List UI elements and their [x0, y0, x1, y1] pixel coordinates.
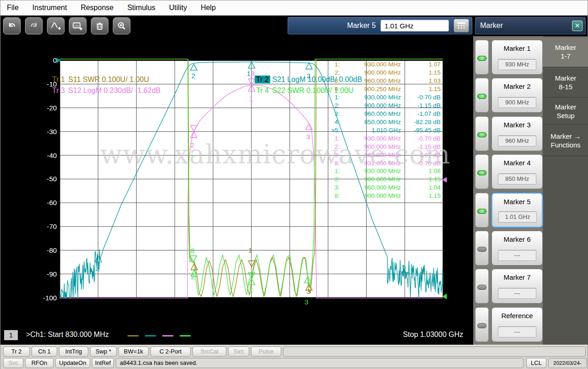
- status-button-swp-[interactable]: Swp *: [90, 347, 117, 357]
- svg-text:-1.15 dB: -1.15 dB: [417, 143, 441, 150]
- marker-5-toggle-button[interactable]: [475, 193, 489, 228]
- marker-2-button[interactable]: Marker 2900 MHz: [492, 78, 543, 113]
- marker-1-button[interactable]: Marker 1930 MHz: [492, 40, 543, 75]
- svg-text:3:: 3:: [335, 184, 340, 191]
- svg-text:3: 3: [305, 298, 308, 306]
- status-button-tr-2[interactable]: Tr 2: [3, 347, 30, 357]
- svg-text:960.000 MHz: 960.000 MHz: [364, 77, 401, 84]
- svg-text:3:: 3:: [335, 152, 340, 158]
- svg-text:1.04: 1.04: [428, 184, 441, 191]
- keypad-icon[interactable]: [454, 19, 469, 33]
- led-indicator-icon: [477, 56, 486, 61]
- svg-text:8:: 8:: [335, 192, 340, 199]
- svg-text:2: 2: [191, 141, 194, 149]
- status-button-rfon[interactable]: RFOn: [25, 358, 53, 368]
- softkey-value: 850 MHz: [498, 174, 536, 184]
- marker-7-button[interactable]: Marker 7---: [492, 269, 543, 304]
- marker-6-button[interactable]: Marker 6---: [492, 231, 543, 266]
- tr4-dash-icon: [180, 335, 191, 336]
- svg-text:2:: 2:: [335, 143, 340, 150]
- reference-button[interactable]: Reference---: [492, 307, 543, 342]
- softkey-value: 1.01 GHz: [498, 212, 537, 222]
- zoom-icon[interactable]: [113, 17, 130, 34]
- svg-text:1.15: 1.15: [428, 69, 440, 76]
- marker-6-toggle-button[interactable]: [475, 231, 489, 266]
- svg-text:3:: 3:: [335, 110, 340, 117]
- marker-5-button[interactable]: Marker 51.01 GHz: [492, 193, 543, 228]
- reference-toggle-button[interactable]: [475, 307, 489, 342]
- svg-text:900.250 MHz: 900.250 MHz: [364, 86, 401, 92]
- svg-text:3: 3: [306, 133, 310, 141]
- svg-text:-80: -80: [47, 246, 57, 254]
- status-button-srccal[interactable]: SrcCal: [192, 347, 226, 357]
- legend-tr2[interactable]: Tr 2 S21 LogM 10.00dB/ 0.00dB: [255, 76, 362, 84]
- status-button-intref[interactable]: IntRef: [92, 358, 114, 368]
- svg-text:>5:: >5:: [331, 127, 340, 134]
- menu-item-response[interactable]: Response: [80, 4, 113, 12]
- menu-item-instrument[interactable]: Instrument: [32, 4, 67, 12]
- svg-text:5: 5: [402, 263, 406, 271]
- status-button-ch-1[interactable]: Ch 1: [32, 347, 57, 357]
- legend-tr3[interactable]: Tr 3 S12 LogM 0.230dB/ -1.62dB: [51, 87, 160, 95]
- menu-item-stimulus[interactable]: Stimulus: [127, 4, 155, 12]
- svg-text:-0.70 dB: -0.70 dB: [417, 94, 441, 101]
- marker-3-button[interactable]: Marker 3960 MHz: [492, 116, 543, 151]
- undo-icon[interactable]: [3, 17, 21, 34]
- status-button-c-2-port[interactable]: C 2-Port: [150, 347, 191, 357]
- marker-3-toggle-button[interactable]: [475, 116, 489, 151]
- svg-text:-30: -30: [47, 128, 57, 136]
- clock: 2022/03/24-10:09: [548, 358, 587, 368]
- close-icon[interactable]: ✕: [572, 21, 583, 31]
- softkey-value: 960 MHz: [498, 136, 536, 147]
- lcl-button[interactable]: LCL: [526, 358, 546, 368]
- main-toolbar: Ch Marker 5 Marker ✕: [0, 16, 588, 36]
- redo-icon[interactable]: [25, 17, 43, 34]
- menu-item-help[interactable]: Help: [201, 4, 216, 12]
- status-button-pulse[interactable]: Pulse: [251, 347, 281, 357]
- marker-row: Marker 2900 MHz: [475, 78, 543, 113]
- add-trace-icon[interactable]: [47, 17, 64, 34]
- svg-text:900.000 MHz: 900.000 MHz: [364, 102, 401, 109]
- status-button-sim[interactable]: Sim: [228, 347, 249, 357]
- status-button-svc[interactable]: Svc: [3, 358, 23, 368]
- channel-strip: 1 >Ch1: Start 830.000 MHz Stop 1.03000 G…: [0, 329, 473, 344]
- svg-text:-100: -100: [43, 294, 57, 302]
- menu-item-file[interactable]: File: [7, 4, 19, 12]
- softkey-label: Reference: [492, 312, 542, 320]
- status-button-inttrig[interactable]: IntTrig: [59, 347, 88, 357]
- svg-text:1.03: 1.03: [428, 77, 440, 84]
- status-button-updateon[interactable]: UpdateOn: [55, 358, 90, 368]
- tab-marker-1-7[interactable]: Marker1-7: [543, 37, 588, 67]
- svg-text:1.15: 1.15: [428, 176, 440, 183]
- led-indicator-icon: [477, 209, 486, 214]
- vna-window: FileInstrumentResponseStimulusUtilityHel…: [0, 0, 588, 369]
- svg-text:-95.45 dB: -95.45 dB: [414, 127, 440, 134]
- svg-text:960.000 MHz: 960.000 MHz: [364, 184, 401, 191]
- menu-item-utility[interactable]: Utility: [169, 4, 187, 12]
- tab-marker-functions[interactable]: Marker →Functions: [543, 126, 588, 156]
- svg-text:-82.28 dB: -82.28 dB: [414, 119, 440, 125]
- marker-frequency-input[interactable]: [380, 20, 449, 32]
- svg-text:-0.70 dB: -0.70 dB: [417, 135, 441, 142]
- marker-1-toggle-button[interactable]: [475, 40, 489, 75]
- svg-text:8: 8: [191, 247, 194, 255]
- add-channel-icon[interactable]: Ch: [69, 17, 86, 34]
- marker-2-toggle-button[interactable]: [475, 78, 489, 113]
- tr2-dash-icon: [145, 335, 156, 336]
- marker-4-toggle-button[interactable]: [475, 154, 489, 189]
- status-button-bw-1k[interactable]: BW=1k: [118, 347, 149, 357]
- svg-text:-50: -50: [47, 175, 57, 183]
- marker-7-toggle-button[interactable]: [475, 269, 489, 304]
- tab-marker-8-15[interactable]: Marker8-15: [543, 68, 588, 98]
- tab-marker-setup[interactable]: MarkerSetup: [543, 98, 588, 125]
- marker-4-button[interactable]: Marker 4850 MHz: [492, 154, 543, 189]
- delete-icon[interactable]: [91, 17, 108, 34]
- led-indicator-icon: [477, 323, 486, 328]
- svg-text:960.000 MHz: 960.000 MHz: [364, 152, 401, 158]
- svg-text:-1.15 dB: -1.15 dB: [417, 102, 441, 109]
- channel-number-button[interactable]: 1: [4, 330, 18, 340]
- legend-tr1[interactable]: Tr 1 S11 SWR 0.100U/ 1.00U: [51, 76, 149, 84]
- legend-tr4[interactable]: Tr 4 S22 SWR 0.100U/ 1.00U: [255, 87, 353, 95]
- marker-entry-bar: Marker 5: [288, 17, 472, 34]
- svg-text:900.000 MHz: 900.000 MHz: [364, 192, 401, 199]
